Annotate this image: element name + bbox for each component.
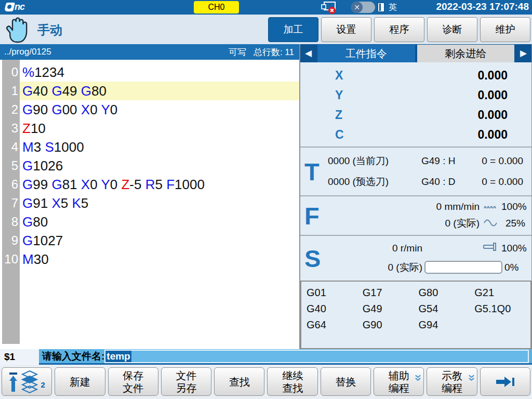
feed-actual-row: 0 (实际) 25% <box>300 217 531 230</box>
gcode-modal-value <box>474 317 530 333</box>
softkey-toolbar: 2 新建 保存 文件 文件 另存 查找 继续 查找 替换 辅助 编程 示教 编程 <box>0 365 532 399</box>
program-editor: ../prog/0125 可写 总行数: 11 0%12341G40 G49 G… <box>0 44 300 349</box>
line-number: 10 <box>0 250 20 269</box>
axis-position-list: X 0.000 Y 0.000 Z 0.000 C 0.000 <box>300 62 531 147</box>
filename-value: temp <box>105 351 131 362</box>
layers-badge: 2 <box>41 380 45 390</box>
filename-prompt: 请输入文件名: <box>39 350 104 363</box>
code-text: G40 G49 G80 <box>20 82 299 100</box>
save-file-button[interactable]: 保存 文件 <box>108 367 158 396</box>
line-number: 0 <box>0 63 20 82</box>
code-text: M30 <box>20 250 299 269</box>
axis-row-y: Y 0.000 <box>300 85 531 105</box>
triple-wave-icon <box>480 201 501 212</box>
code-line[interactable]: 8G80 <box>0 212 299 231</box>
axis-row-c: C 0.000 <box>300 125 531 144</box>
arrow-up-to-top-icon <box>8 371 19 393</box>
status-panel: ◀ 工件指令 剩余进给 ▶ X 0.000 Y 0.000 Z 0.000 C … <box>300 44 532 349</box>
code-line[interactable]: 9G1027 <box>0 231 299 250</box>
code-text: G1027 <box>20 231 299 250</box>
axis-row-z: Z 0.000 <box>300 105 531 125</box>
gcode-modal-value: G21 <box>474 285 530 301</box>
code-area[interactable]: 0%12341G40 G49 G802G90 G00 X0 Y03Z104M3 … <box>0 60 299 349</box>
code-text: G91 X5 K5 <box>20 194 299 212</box>
code-line[interactable]: 7G91 X5 K5 <box>0 194 299 212</box>
gcode-modal-value: G01 <box>307 285 363 301</box>
channel-label: $1 <box>4 351 15 363</box>
gcode-modal-value: G17 <box>363 285 419 301</box>
line-number: 4 <box>0 138 20 156</box>
line-number: 6 <box>0 175 20 194</box>
code-line[interactable]: 0%1234 <box>0 63 299 82</box>
gcode-modal-value: G5.1Q0 <box>474 301 530 317</box>
next-softkey-page-button[interactable] <box>480 367 530 396</box>
feed-section: F 0 mm/min 100% 0 (实际) 25% <box>300 195 531 235</box>
logo-text: nc <box>15 2 24 12</box>
main-tabs: 加工 设置 程序 诊断 维护 <box>268 17 530 42</box>
code-line[interactable]: 1G40 G49 G80 <box>0 82 299 100</box>
language-indicator[interactable]: 英 <box>389 2 397 13</box>
code-line[interactable]: 10M30 <box>0 250 299 269</box>
editor-header: ../prog/0125 可写 总行数: 11 <box>0 44 299 60</box>
tab-remaining-feed[interactable]: 剩余进给 <box>417 45 515 62</box>
file-path: ../prog/0125 <box>4 47 229 57</box>
code-line[interactable]: 6G99 G81 X0 Y0 Z-5 R5 F1000 <box>0 175 299 194</box>
preselect-tool-row: 0000 (预选刀) G40 : D 0 = 0.000 <box>300 175 531 189</box>
command-bar: $1 请输入文件名: temp <box>0 349 532 365</box>
teach-programming-button[interactable]: 示教 编程 <box>427 367 477 396</box>
arrow-right-bar-icon <box>494 375 516 389</box>
code-text: G90 G00 X0 Y0 <box>20 100 299 119</box>
assist-programming-button[interactable]: 辅助 编程 <box>374 367 424 396</box>
tool-letter: T <box>304 157 320 186</box>
channel-indicator[interactable]: CH0 <box>194 1 239 14</box>
ime-book-icon <box>378 3 384 12</box>
code-line[interactable]: 5G1026 <box>0 156 299 175</box>
replace-button[interactable]: 替换 <box>321 367 371 396</box>
filename-prompt-area: 请输入文件名: temp <box>39 349 532 365</box>
modal-gcode-grid: G01G17G80G21G40G49G54G5.1Q0G64G90G94 <box>300 281 531 349</box>
axis-row-x: X 0.000 <box>300 65 531 85</box>
disabled-toggle-icon[interactable]: ✕ <box>351 2 375 13</box>
total-lines: 总行数: 11 <box>254 46 294 58</box>
tab-diagnosis[interactable]: 诊断 <box>427 17 477 42</box>
line-number: 7 <box>0 194 20 212</box>
scroll-layers-button[interactable]: 2 <box>2 367 52 396</box>
gcode-modal-value: G90 <box>363 317 419 333</box>
tool-section: T 0000 (当前刀) G49 : H 0 = 0.000 0000 (预选刀… <box>300 147 531 195</box>
code-line[interactable]: 4M3 S1000 <box>0 138 299 156</box>
code-text: G80 <box>20 212 299 231</box>
prev-page-arrow-icon[interactable]: ◀ <box>300 44 316 62</box>
code-line[interactable]: 3Z10 <box>0 119 299 138</box>
line-number: 5 <box>0 156 20 175</box>
spindle-section: S 0 r/min 100% 0 (实际) 0% <box>300 235 531 281</box>
new-file-button[interactable]: 新建 <box>55 367 105 396</box>
tab-maintenance[interactable]: 维护 <box>480 17 530 42</box>
find-next-button[interactable]: 继续 查找 <box>267 367 317 396</box>
save-as-button[interactable]: 文件 另存 <box>161 367 211 396</box>
status-panel-tabs: ◀ 工件指令 剩余进给 ▶ <box>300 44 531 62</box>
code-text: G99 G81 X0 Y0 Z-5 R5 F1000 <box>20 175 299 194</box>
line-number: 2 <box>0 100 20 119</box>
tab-workpiece-command[interactable]: 工件指令 <box>317 45 415 62</box>
gcode-modal-value: G40 <box>307 301 363 317</box>
tab-machining[interactable]: 加工 <box>268 17 318 42</box>
gcode-modal-value: G49 <box>363 301 419 317</box>
find-button[interactable]: 查找 <box>214 367 264 396</box>
code-text: %1234 <box>20 63 299 82</box>
code-text: M3 S1000 <box>20 138 299 156</box>
code-text: Z10 <box>20 119 299 138</box>
code-line[interactable]: 2G90 G00 X0 Y0 <box>0 100 299 119</box>
code-text: G1026 <box>20 156 299 175</box>
tab-program[interactable]: 程序 <box>374 17 424 42</box>
next-page-arrow-icon[interactable]: ▶ <box>515 44 531 62</box>
double-chevron-down-icon <box>468 374 475 382</box>
spindle-letter: S <box>304 244 321 273</box>
gcode-modal-value: G80 <box>419 285 475 301</box>
spindle-load-bar <box>424 261 502 274</box>
mode-bar: 手动 加工 设置 程序 诊断 维护 <box>0 15 532 44</box>
filename-input[interactable]: temp <box>104 350 529 363</box>
machine-mode-label: 手动 <box>37 22 62 38</box>
tab-settings[interactable]: 设置 <box>321 17 371 42</box>
sine-wave-icon <box>480 218 501 229</box>
line-number: 1 <box>0 82 20 100</box>
